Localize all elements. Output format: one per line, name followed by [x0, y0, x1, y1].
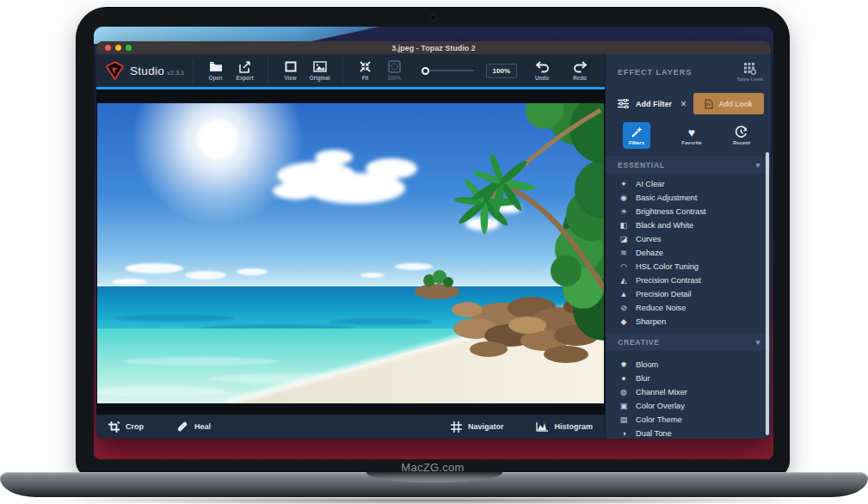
- bloom-icon: ✹: [619, 360, 629, 369]
- zoom-slider[interactable]: [422, 67, 474, 75]
- panel-scrollbar[interactable]: [766, 152, 769, 435]
- hsl-color-tuning-icon: ◠: [619, 262, 629, 271]
- filter-item-precision-contrast[interactable]: ◭Precision Contrast: [606, 274, 771, 287]
- precision-contrast-icon: ◭: [619, 276, 629, 285]
- effect-layers-panel: EFFECT LAYERS Save Look: [605, 54, 771, 439]
- laptop-shadow: [52, 496, 816, 504]
- zoom-window-button[interactable]: [126, 45, 132, 51]
- look-icon: [705, 99, 713, 109]
- filter-item-color-overlay[interactable]: ▣Color Overlay: [606, 399, 771, 413]
- add-filter-button[interactable]: Add Filter: [636, 100, 672, 108]
- dehaze-icon: ≋: [619, 249, 629, 257]
- heal-button[interactable]: Heal: [176, 421, 211, 433]
- view-button[interactable]: View: [279, 60, 303, 81]
- chevron-down-icon[interactable]: ▾: [756, 338, 760, 347]
- histogram-button[interactable]: Histogram: [536, 421, 593, 433]
- tab-favorite[interactable]: ♥ Favorite: [681, 126, 701, 145]
- screenshot-stage: 3.jpeg - Topaz Studio 2 Studio v: [0, 0, 868, 504]
- channel-mixer-icon: ◍: [619, 388, 629, 396]
- beach-photo[interactable]: [97, 103, 604, 403]
- open-button[interactable]: Open: [204, 60, 228, 81]
- filter-item-precision-detail[interactable]: ▲Precision Detail: [606, 287, 771, 301]
- filter-item-basic-adjustment[interactable]: ◉Basic Adjustment: [606, 191, 771, 205]
- original-image-icon: [313, 60, 327, 73]
- view-icon: [285, 60, 297, 73]
- color-theme-icon: ▤: [619, 415, 629, 424]
- save-look-button[interactable]: Save Look: [737, 63, 763, 82]
- window-titlebar[interactable]: 3.jpeg - Topaz Studio 2: [96, 41, 771, 54]
- traffic-lights: [105, 45, 132, 51]
- blur-icon: ●: [619, 374, 629, 383]
- close-window-button[interactable]: [105, 45, 111, 51]
- zoom-slider-knob[interactable]: [422, 67, 429, 75]
- filter-list: ESSENTIAL ▾ ✦AI Clear ◉Basic Adjustment …: [606, 152, 771, 439]
- folder-icon: [209, 60, 223, 73]
- filter-item-ai-clear[interactable]: ✦AI Clear: [606, 177, 771, 191]
- chevron-down-icon[interactable]: ▾: [756, 161, 760, 169]
- brand: Studio v2.3.1: [130, 65, 185, 77]
- filter-item-dehaze[interactable]: ≋Dehaze: [606, 246, 771, 260]
- fit-arrows-icon: [359, 60, 372, 73]
- filter-item-bloom[interactable]: ✹Bloom: [606, 358, 771, 372]
- filter-item-brightness-contrast[interactable]: ☀Brightness Contrast: [606, 205, 771, 218]
- black-and-white-icon: ◧: [619, 221, 629, 230]
- window-title: 3.jpeg - Topaz Studio 2: [391, 44, 475, 52]
- redo-button[interactable]: Redo: [568, 60, 592, 81]
- tab-recent[interactable]: Recent: [733, 126, 750, 145]
- filter-item-sharpen[interactable]: ◆Sharpen: [606, 315, 771, 329]
- navigator-button[interactable]: Navigator: [451, 421, 504, 433]
- color-overlay-icon: ▣: [619, 402, 629, 410]
- section-creative[interactable]: CREATIVE ▾: [606, 334, 771, 351]
- clock-history-icon: [735, 126, 748, 139]
- undo-icon: [535, 60, 550, 73]
- filter-item-channel-mixer[interactable]: ◍Channel Mixer: [606, 385, 771, 399]
- histogram-icon: [536, 421, 548, 432]
- navigator-icon: [451, 421, 462, 433]
- filter-item-dual-tone[interactable]: ◑Dual Tone: [606, 427, 771, 439]
- crop-button[interactable]: Crop: [108, 421, 144, 433]
- hundred-percent-icon: [388, 60, 401, 73]
- brand-version: v2.3.1: [167, 69, 184, 77]
- filter-item-reduce-noise[interactable]: ⊘Reduce Noise: [606, 301, 771, 315]
- zoom-slider-track[interactable]: [429, 70, 474, 71]
- toolbar-separator: [268, 58, 268, 83]
- sliders-icon: [618, 99, 629, 108]
- filter-item-curves[interactable]: ◪Curves: [606, 232, 771, 246]
- filter-item-blur[interactable]: ●Blur: [606, 372, 771, 385]
- topaz-studio-window: 3.jpeg - Topaz Studio 2 Studio v: [96, 41, 771, 439]
- undo-button[interactable]: Undo: [530, 60, 554, 81]
- brand-name: Studio: [130, 65, 164, 77]
- dual-tone-icon: ◑: [619, 429, 629, 438]
- basic-adjustment-icon: ◉: [619, 194, 629, 202]
- curves-icon: ◪: [619, 235, 629, 243]
- main-toolbar: Studio v2.3.1 Open: [96, 54, 605, 87]
- filter-item-black-and-white[interactable]: ◧Black and White: [606, 218, 771, 232]
- zoom-value[interactable]: 100%: [486, 64, 517, 78]
- panel-title: EFFECT LAYERS: [618, 68, 692, 77]
- heart-icon: ♥: [688, 126, 695, 139]
- export-button[interactable]: Export: [233, 60, 257, 81]
- heal-icon: [176, 421, 188, 433]
- hundred-percent-button[interactable]: 100%: [383, 60, 407, 81]
- original-button[interactable]: Original: [308, 60, 332, 81]
- add-look-button[interactable]: Add Look: [693, 93, 764, 114]
- tab-filters[interactable]: Filters: [623, 122, 650, 149]
- panel-tabs: Filters ♥ Favorite Recent: [606, 118, 771, 152]
- sharpen-icon: ◆: [619, 317, 629, 326]
- minimize-window-button[interactable]: [115, 45, 121, 51]
- ai-clear-icon: ✦: [619, 180, 629, 188]
- crop-icon: [108, 421, 120, 433]
- close-icon[interactable]: ×: [674, 99, 693, 109]
- fit-button[interactable]: Fit: [354, 60, 378, 81]
- screen-display: 3.jpeg - Topaz Studio 2 Studio v: [94, 27, 773, 459]
- filter-item-hsl-color-tuning[interactable]: ◠HSL Color Tuning: [606, 260, 771, 274]
- filter-item-color-theme[interactable]: ▤Color Theme: [606, 413, 771, 427]
- bottom-toolbar: Crop Heal: [96, 415, 605, 439]
- wand-icon: [631, 126, 643, 139]
- section-essential[interactable]: ESSENTIAL ▾: [606, 157, 771, 174]
- laptop-screen-bezel: 3.jpeg - Topaz Studio 2 Studio v: [76, 7, 790, 478]
- export-icon: [238, 60, 252, 73]
- image-canvas: [96, 89, 605, 415]
- webcam-dot: [431, 15, 435, 20]
- toolbar-separator: [193, 58, 194, 83]
